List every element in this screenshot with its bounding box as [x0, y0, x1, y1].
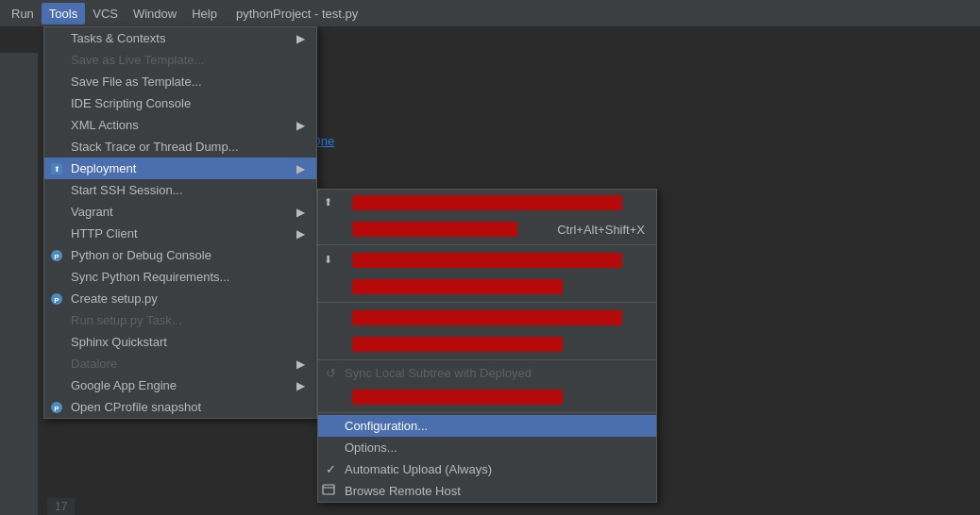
- submenu-compare-version[interactable]: [318, 305, 656, 331]
- submenu-sync-deployed[interactable]: [318, 384, 656, 410]
- redacted-text: [352, 337, 563, 352]
- menu-help[interactable]: Help: [184, 3, 225, 25]
- arrow-icon: ▶: [296, 227, 305, 241]
- svg-text:P: P: [54, 295, 59, 304]
- menu-xml-actions[interactable]: XML Actions ▶: [44, 114, 316, 136]
- menu-run[interactable]: Run: [4, 3, 42, 25]
- menu-google-app[interactable]: Google App Engine ▶: [44, 374, 316, 396]
- project-panel: [0, 53, 38, 515]
- window-title: pythonProject - test.py: [236, 7, 358, 21]
- submenu-browse-remote[interactable]: Browse Remote Host: [318, 480, 656, 502]
- redacted-text: [352, 222, 517, 237]
- svg-text:⬆: ⬆: [54, 165, 60, 174]
- submenu-configuration[interactable]: Configuration...: [318, 415, 656, 437]
- redacted-text: [352, 390, 563, 405]
- submenu-upload-to[interactable]: ⬆: [318, 190, 656, 216]
- menu-tasks-contexts[interactable]: Tasks & Contexts ▶: [44, 27, 316, 49]
- menu-ssh-session[interactable]: Start SSH Session...: [44, 179, 316, 201]
- menu-datalore: Datalore ▶: [44, 353, 316, 374]
- check-icon: ✓: [326, 462, 336, 476]
- menu-python-console[interactable]: P Python or Debug Console: [44, 244, 316, 266]
- cprofile-icon: P: [50, 401, 63, 414]
- menubar: Run Tools VCS Window Help pythonProject …: [0, 0, 980, 26]
- arrow-icon: ▶: [296, 357, 305, 371]
- redacted-text: [352, 195, 622, 210]
- menu-vagrant[interactable]: Vagrant ▶: [44, 201, 316, 223]
- menu-deployment[interactable]: ⬆ Deployment ▶: [44, 158, 316, 179]
- submenu-options[interactable]: Options...: [318, 437, 656, 458]
- submenu-sync-local: ↺ Sync Local Subtree with Deployed: [318, 362, 656, 384]
- redacted-text: [352, 253, 622, 268]
- tools-menu: Tasks & Contexts ▶ Save as Live Template…: [43, 26, 317, 419]
- menu-cprofile[interactable]: P Open CProfile snapshot: [44, 396, 316, 418]
- browse-icon: [322, 483, 335, 499]
- deployment-submenu: ⬆ Ctrl+Alt+Shift+X ⬇: [317, 189, 657, 503]
- svg-text:P: P: [54, 252, 59, 260]
- submenu-auto-upload[interactable]: ✓ Automatic Upload (Always): [318, 458, 656, 480]
- menu-vcs[interactable]: VCS: [85, 3, 126, 25]
- menu-window[interactable]: Window: [126, 3, 184, 25]
- arrow-icon: ▶: [296, 379, 305, 392]
- submenu-download-from[interactable]: ⬇: [318, 247, 656, 274]
- menu-create-setup[interactable]: P Create setup.py: [44, 288, 316, 309]
- menu-ide-scripting[interactable]: IDE Scripting Console: [44, 92, 316, 114]
- separator: [318, 244, 656, 245]
- arrow-icon: ▶: [296, 32, 305, 45]
- separator: [318, 359, 656, 360]
- setup-icon: P: [50, 292, 63, 306]
- arrow-icon: ▶: [296, 119, 305, 132]
- deployment-icon: ⬆: [50, 162, 63, 175]
- menu-stack-trace[interactable]: Stack Trace or Thread Dump...: [44, 136, 316, 158]
- svg-text:⬆: ⬆: [324, 196, 332, 208]
- sync-icon: ↺: [326, 366, 336, 380]
- upload-icon: ⬆: [322, 195, 335, 211]
- arrow-icon: ▶: [296, 206, 305, 219]
- menu-sync-python[interactable]: Sync Python Requirements...: [44, 266, 316, 288]
- svg-text:P: P: [54, 404, 59, 412]
- menu-sphinx[interactable]: Sphinx Quickstart: [44, 331, 316, 353]
- menu-save-live-template: Save as Live Template...: [44, 49, 316, 71]
- redacted-text: [352, 279, 563, 294]
- menu-tools[interactable]: Tools: [42, 3, 85, 25]
- separator: [318, 302, 656, 303]
- python-icon: P: [50, 249, 63, 262]
- menu-http-client[interactable]: HTTP Client ▶: [44, 223, 316, 244]
- download-icon: ⬇: [322, 253, 335, 269]
- shortcut-label: Ctrl+Alt+Shift+X: [557, 223, 645, 237]
- svg-text:⬇: ⬇: [324, 254, 332, 265]
- redacted-text: [352, 310, 622, 325]
- separator: [318, 412, 656, 413]
- submenu-compare-deployed[interactable]: [318, 331, 656, 357]
- menu-save-file-template[interactable]: Save File as Template...: [44, 71, 316, 92]
- submenu-download-partial[interactable]: [318, 274, 656, 300]
- line-number: 17: [47, 498, 75, 515]
- submenu-upload[interactable]: Ctrl+Alt+Shift+X: [318, 216, 656, 242]
- menu-run-setup: Run setup.py Task...: [44, 309, 316, 331]
- svg-rect-10: [323, 485, 334, 494]
- arrow-icon: ▶: [296, 162, 305, 175]
